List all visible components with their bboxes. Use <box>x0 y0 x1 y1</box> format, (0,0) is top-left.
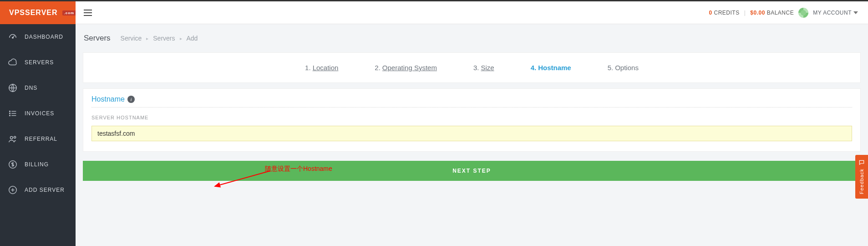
divider <box>91 107 852 108</box>
next-step-button[interactable]: NEXT STEP <box>83 161 861 181</box>
annotation-text: 随意设置一个Hostname <box>265 165 332 173</box>
plus-circle-icon <box>7 184 18 195</box>
globe-icon <box>7 82 18 93</box>
card-title: Hostname i <box>91 95 852 103</box>
sidebar: VPSSERVER .com DASHBOARD SERVERS DNS INV… <box>0 1 76 246</box>
step-location[interactable]: 1.Location <box>305 64 338 72</box>
svg-point-6 <box>14 136 15 138</box>
breadcrumb-item[interactable]: Service <box>121 35 142 42</box>
breadcrumb-item[interactable]: Servers <box>153 35 175 42</box>
svg-point-4 <box>10 115 10 116</box>
hostname-input[interactable] <box>91 126 852 141</box>
sidebar-item-dns[interactable]: DNS <box>0 75 76 101</box>
step-hostname[interactable]: 4.Hostname <box>531 64 571 72</box>
dollar-icon <box>7 159 18 170</box>
credits-display[interactable]: 0 CREDITS <box>709 10 739 16</box>
brand-name: VPSSERVER <box>9 9 58 17</box>
sidebar-item-billing[interactable]: BILLING <box>0 152 76 177</box>
svg-point-5 <box>10 137 13 139</box>
sidebar-item-label: REFERRAL <box>25 136 57 142</box>
cloud-icon <box>7 57 18 68</box>
feedback-tab[interactable]: Feedback <box>855 155 868 199</box>
account-label: MY ACCOUNT <box>813 10 852 16</box>
sidebar-item-label: DNS <box>25 85 37 91</box>
sidebar-item-label: SERVERS <box>25 59 54 66</box>
sidebar-item-label: BILLING <box>25 161 49 168</box>
account-menu[interactable]: MY ACCOUNT <box>813 10 858 16</box>
menu-toggle-icon[interactable] <box>84 10 92 16</box>
brand-logo[interactable]: VPSSERVER .com <box>0 1 76 24</box>
hostname-card: Hostname i SERVER HOSTNAME <box>83 88 861 152</box>
caret-down-icon <box>853 11 858 14</box>
breadcrumb: Servers Service ▸ Servers ▸ Add <box>76 24 868 52</box>
brand-badge: .com <box>62 10 76 15</box>
feedback-label: Feedback <box>859 169 864 194</box>
sidebar-item-invoices[interactable]: INVOICES <box>0 101 76 126</box>
topbar: 0 CREDITS | $0.00 BALANCE MY ACCOUNT <box>76 1 868 24</box>
sidebar-item-label: INVOICES <box>25 110 54 117</box>
sidebar-item-label: ADD SERVER <box>25 187 65 193</box>
info-icon[interactable]: i <box>127 96 135 103</box>
chevron-right-icon: ▸ <box>180 36 182 41</box>
step-operating-system[interactable]: 2.Operating System <box>375 64 437 72</box>
field-label: SERVER HOSTNAME <box>91 115 852 120</box>
balance-display[interactable]: $0.00 BALANCE <box>750 10 794 16</box>
breadcrumb-item: Add <box>187 35 198 42</box>
sidebar-item-add-server[interactable]: ADD SERVER <box>0 177 76 203</box>
sidebar-item-referral[interactable]: REFERRAL <box>0 126 76 152</box>
sidebar-item-servers[interactable]: SERVERS <box>0 50 76 75</box>
sidebar-item-dashboard[interactable]: DASHBOARD <box>0 24 76 50</box>
svg-point-2 <box>10 111 10 112</box>
step-options[interactable]: 5.Options <box>608 64 639 72</box>
step-size[interactable]: 3.Size <box>473 64 494 72</box>
list-icon <box>7 108 18 119</box>
gauge-icon <box>7 31 18 42</box>
svg-point-3 <box>10 113 10 114</box>
content: 1.Location 2.Operating System 3.Size 4.H… <box>76 52 868 246</box>
page-title: Servers <box>84 34 111 43</box>
users-icon <box>7 133 18 144</box>
wizard-steps: 1.Location 2.Operating System 3.Size 4.H… <box>83 52 861 83</box>
divider: | <box>744 10 746 16</box>
svg-point-0 <box>12 37 14 39</box>
sidebar-item-label: DASHBOARD <box>25 34 63 40</box>
avatar[interactable] <box>798 8 808 18</box>
chevron-right-icon: ▸ <box>146 36 148 41</box>
chat-icon <box>858 159 865 166</box>
